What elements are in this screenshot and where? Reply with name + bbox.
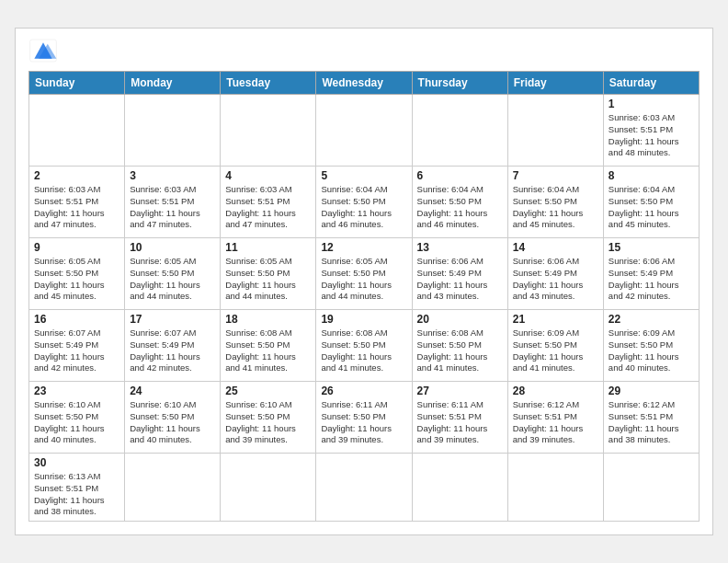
- day-cell: [221, 453, 316, 521]
- day-info: Sunrise: 6:05 AM Sunset: 5:50 PM Dayligh…: [130, 256, 215, 303]
- day-info: Sunrise: 6:08 AM Sunset: 5:50 PM Dayligh…: [225, 327, 311, 374]
- day-cell: 15Sunrise: 6:06 AM Sunset: 5:49 PM Dayli…: [603, 237, 699, 309]
- day-number: 26: [321, 385, 406, 397]
- day-cell: 1Sunrise: 6:03 AM Sunset: 5:51 PM Daylig…: [603, 94, 699, 166]
- day-number: 17: [130, 313, 215, 326]
- day-cell: 26Sunrise: 6:11 AM Sunset: 5:50 PM Dayli…: [316, 381, 412, 453]
- day-cell: 2Sunrise: 6:03 AM Sunset: 5:51 PM Daylig…: [29, 166, 125, 237]
- day-number: 8: [609, 169, 694, 182]
- day-cell: [412, 94, 507, 166]
- day-cell: [603, 453, 699, 521]
- day-info: Sunrise: 6:05 AM Sunset: 5:50 PM Dayligh…: [321, 256, 406, 303]
- day-cell: [125, 94, 221, 166]
- day-cell: 24Sunrise: 6:10 AM Sunset: 5:50 PM Dayli…: [125, 381, 221, 453]
- day-info: Sunrise: 6:05 AM Sunset: 5:50 PM Dayligh…: [34, 256, 119, 303]
- day-number: 13: [417, 241, 503, 254]
- day-info: Sunrise: 6:06 AM Sunset: 5:49 PM Dayligh…: [609, 256, 694, 303]
- day-number: 9: [34, 241, 119, 254]
- day-info: Sunrise: 6:06 AM Sunset: 5:49 PM Dayligh…: [417, 256, 503, 303]
- day-number: 1: [609, 98, 694, 110]
- day-info: Sunrise: 6:04 AM Sunset: 5:50 PM Dayligh…: [417, 184, 503, 231]
- header: [28, 38, 700, 63]
- weekday-header-saturday: Saturday: [603, 71, 699, 94]
- day-cell: 17Sunrise: 6:07 AM Sunset: 5:49 PM Dayli…: [125, 309, 221, 381]
- day-number: 14: [513, 241, 598, 254]
- week-row-1: 2Sunrise: 6:03 AM Sunset: 5:51 PM Daylig…: [29, 166, 700, 237]
- day-number: 29: [609, 385, 694, 397]
- day-cell: 27Sunrise: 6:11 AM Sunset: 5:51 PM Dayli…: [412, 381, 507, 453]
- day-number: 21: [513, 313, 598, 326]
- day-info: Sunrise: 6:03 AM Sunset: 5:51 PM Dayligh…: [609, 112, 694, 159]
- day-cell: 19Sunrise: 6:08 AM Sunset: 5:50 PM Dayli…: [316, 309, 412, 381]
- day-cell: 10Sunrise: 6:05 AM Sunset: 5:50 PM Dayli…: [125, 237, 221, 309]
- day-info: Sunrise: 6:10 AM Sunset: 5:50 PM Dayligh…: [130, 399, 215, 446]
- day-cell: 30Sunrise: 6:13 AM Sunset: 5:51 PM Dayli…: [29, 453, 125, 521]
- day-cell: 25Sunrise: 6:10 AM Sunset: 5:50 PM Dayli…: [221, 381, 316, 453]
- day-number: 12: [321, 241, 406, 254]
- day-number: 2: [34, 169, 119, 182]
- day-info: Sunrise: 6:07 AM Sunset: 5:49 PM Dayligh…: [130, 327, 215, 374]
- day-cell: 13Sunrise: 6:06 AM Sunset: 5:49 PM Dayli…: [412, 237, 507, 309]
- day-cell: 9Sunrise: 6:05 AM Sunset: 5:50 PM Daylig…: [29, 237, 125, 309]
- day-info: Sunrise: 6:05 AM Sunset: 5:50 PM Dayligh…: [225, 256, 311, 303]
- day-cell: 20Sunrise: 6:08 AM Sunset: 5:50 PM Dayli…: [412, 309, 507, 381]
- day-number: 20: [417, 313, 503, 326]
- day-number: 15: [609, 241, 694, 254]
- day-number: 3: [130, 169, 215, 182]
- day-info: Sunrise: 6:04 AM Sunset: 5:50 PM Dayligh…: [609, 184, 694, 231]
- day-cell: 4Sunrise: 6:03 AM Sunset: 5:51 PM Daylig…: [221, 166, 316, 237]
- weekday-header-sunday: Sunday: [29, 71, 125, 94]
- day-cell: 6Sunrise: 6:04 AM Sunset: 5:50 PM Daylig…: [412, 166, 507, 237]
- calendar-grid: SundayMondayTuesdayWednesdayThursdayFrid…: [28, 71, 700, 522]
- day-number: 30: [34, 456, 119, 469]
- day-number: 28: [513, 385, 598, 397]
- weekday-header-tuesday: Tuesday: [221, 71, 316, 94]
- day-cell: 22Sunrise: 6:09 AM Sunset: 5:50 PM Dayli…: [603, 309, 699, 381]
- day-info: Sunrise: 6:13 AM Sunset: 5:51 PM Dayligh…: [34, 471, 119, 518]
- day-number: 19: [321, 313, 406, 326]
- week-row-3: 16Sunrise: 6:07 AM Sunset: 5:49 PM Dayli…: [29, 309, 700, 381]
- day-number: 7: [513, 169, 598, 182]
- day-info: Sunrise: 6:03 AM Sunset: 5:51 PM Dayligh…: [130, 184, 215, 231]
- day-number: 18: [225, 313, 311, 326]
- weekday-header-friday: Friday: [507, 71, 603, 94]
- week-row-4: 23Sunrise: 6:10 AM Sunset: 5:50 PM Dayli…: [29, 381, 700, 453]
- day-cell: 7Sunrise: 6:04 AM Sunset: 5:50 PM Daylig…: [507, 166, 603, 237]
- day-info: Sunrise: 6:09 AM Sunset: 5:50 PM Dayligh…: [609, 327, 694, 374]
- logo: [28, 38, 62, 63]
- day-number: 4: [225, 169, 311, 182]
- day-cell: 28Sunrise: 6:12 AM Sunset: 5:51 PM Dayli…: [507, 381, 603, 453]
- weekday-header-monday: Monday: [125, 71, 221, 94]
- weekday-header-wednesday: Wednesday: [316, 71, 412, 94]
- day-cell: [221, 94, 316, 166]
- day-info: Sunrise: 6:03 AM Sunset: 5:51 PM Dayligh…: [225, 184, 311, 231]
- calendar-container: SundayMondayTuesdayWednesdayThursdayFrid…: [15, 28, 713, 535]
- day-info: Sunrise: 6:04 AM Sunset: 5:50 PM Dayligh…: [513, 184, 598, 231]
- day-cell: 23Sunrise: 6:10 AM Sunset: 5:50 PM Dayli…: [29, 381, 125, 453]
- day-number: 6: [417, 169, 503, 182]
- day-cell: 18Sunrise: 6:08 AM Sunset: 5:50 PM Dayli…: [221, 309, 316, 381]
- day-cell: 3Sunrise: 6:03 AM Sunset: 5:51 PM Daylig…: [125, 166, 221, 237]
- day-info: Sunrise: 6:11 AM Sunset: 5:50 PM Dayligh…: [321, 399, 406, 446]
- day-cell: 12Sunrise: 6:05 AM Sunset: 5:50 PM Dayli…: [316, 237, 412, 309]
- day-info: Sunrise: 6:11 AM Sunset: 5:51 PM Dayligh…: [417, 399, 503, 446]
- day-cell: 21Sunrise: 6:09 AM Sunset: 5:50 PM Dayli…: [507, 309, 603, 381]
- day-number: 22: [609, 313, 694, 326]
- day-cell: [29, 94, 125, 166]
- weekday-header-thursday: Thursday: [412, 71, 507, 94]
- day-info: Sunrise: 6:12 AM Sunset: 5:51 PM Dayligh…: [609, 399, 694, 446]
- day-cell: [507, 94, 603, 166]
- day-cell: [412, 453, 507, 521]
- day-number: 24: [130, 385, 215, 397]
- day-cell: [507, 453, 603, 521]
- day-cell: 11Sunrise: 6:05 AM Sunset: 5:50 PM Dayli…: [221, 237, 316, 309]
- day-info: Sunrise: 6:08 AM Sunset: 5:50 PM Dayligh…: [417, 327, 503, 374]
- day-number: 25: [225, 385, 311, 397]
- day-info: Sunrise: 6:06 AM Sunset: 5:49 PM Dayligh…: [513, 256, 598, 303]
- day-number: 10: [130, 241, 215, 254]
- logo-icon: [28, 38, 58, 63]
- day-info: Sunrise: 6:09 AM Sunset: 5:50 PM Dayligh…: [513, 327, 598, 374]
- day-info: Sunrise: 6:03 AM Sunset: 5:51 PM Dayligh…: [34, 184, 119, 231]
- day-number: 23: [34, 385, 119, 397]
- day-cell: [316, 453, 412, 521]
